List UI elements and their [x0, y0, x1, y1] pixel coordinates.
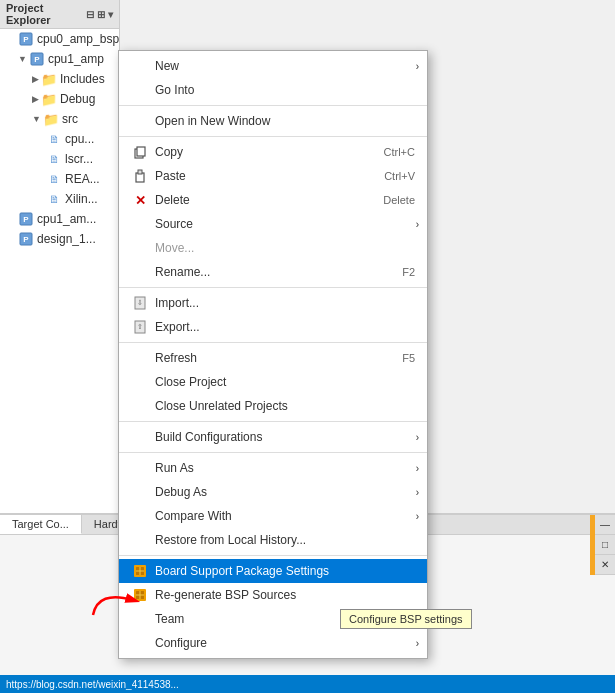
menu-item-import[interactable]: ⇩ Import...	[119, 291, 427, 315]
submenu-arrow: ›	[416, 432, 419, 443]
expand-arrow: ▼	[32, 114, 41, 124]
tree-item-cpu0[interactable]: P cpu0_amp_bsp	[0, 29, 119, 49]
menu-item-shortcut: Ctrl+C	[384, 146, 415, 158]
menu-item-close-project[interactable]: Close Project	[119, 370, 427, 394]
regen-bsp-icon	[131, 587, 149, 603]
menu-item-go-into[interactable]: Go Into	[119, 78, 427, 102]
tab-label: Target Co...	[12, 518, 69, 530]
menu-item-restore-history[interactable]: Restore from Local History...	[119, 528, 427, 552]
menu-item-label: Close Project	[155, 375, 415, 389]
tree-item-src[interactable]: ▼ 📁 src	[0, 109, 119, 129]
tab-target-config[interactable]: Target Co...	[0, 515, 82, 534]
menu-item-label: Delete	[155, 193, 363, 207]
tooltip-configure-bsp: Configure BSP settings	[340, 609, 472, 629]
menu-item-label: Export...	[155, 320, 415, 334]
menu-item-shortcut: Ctrl+V	[384, 170, 415, 182]
menu-item-close-unrelated[interactable]: Close Unrelated Projects	[119, 394, 427, 418]
tree-item-label: cpu1_amp	[48, 52, 104, 66]
menu-item-label: Configure	[155, 636, 415, 650]
configure-icon	[131, 635, 149, 651]
tree-item-label: Debug	[60, 92, 95, 106]
menu-item-new[interactable]: New ›	[119, 54, 427, 78]
link-icon[interactable]: ⊞	[97, 9, 105, 20]
file-icon: 🗎	[46, 171, 62, 187]
close-project-icon	[131, 374, 149, 390]
folder-icon: 📁	[43, 111, 59, 127]
tree-item-includes[interactable]: ▶ 📁 Includes	[0, 69, 119, 89]
paste-icon	[131, 168, 149, 184]
folder-icon: 📁	[41, 71, 57, 87]
menu-item-delete[interactable]: ✕ Delete Delete	[119, 188, 427, 212]
menu-item-open-window[interactable]: Open in New Window	[119, 109, 427, 133]
menu-item-configure[interactable]: Configure ›	[119, 631, 427, 655]
expand-arrow: ▶	[32, 94, 39, 104]
svg-rect-11	[138, 170, 142, 174]
svg-text:P: P	[23, 215, 29, 224]
panel-title: Project Explorer	[6, 2, 86, 26]
panel-menu-icon[interactable]: ▾	[108, 9, 113, 20]
tree-item-label: Includes	[60, 72, 105, 86]
menu-item-run-as[interactable]: Run As ›	[119, 456, 427, 480]
menu-item-label: Build Configurations	[155, 430, 415, 444]
menu-item-move[interactable]: Move...	[119, 236, 427, 260]
folder-icon: 📁	[41, 91, 57, 107]
tree-item-design1[interactable]: P design_1...	[0, 229, 119, 249]
minimize-icon[interactable]: —	[595, 515, 615, 535]
menu-item-rename[interactable]: Rename... F2	[119, 260, 427, 284]
bsp-settings-icon	[131, 563, 149, 579]
expand-arrow: ▶	[32, 74, 39, 84]
menu-item-label: Restore from Local History...	[155, 533, 415, 547]
go-into-icon	[131, 82, 149, 98]
menu-item-compare-with[interactable]: Compare With ›	[119, 504, 427, 528]
maximize-icon[interactable]: □	[595, 535, 615, 555]
tree-item-label: cpu1_am...	[37, 212, 96, 226]
tree-item-cpu1-am[interactable]: P cpu1_am...	[0, 209, 119, 229]
submenu-arrow: ›	[416, 638, 419, 649]
svg-text:⇧: ⇧	[137, 323, 143, 330]
menu-item-label: Copy	[155, 145, 364, 159]
accent-bar	[590, 515, 595, 575]
menu-item-label: Go Into	[155, 83, 415, 97]
menu-separator	[119, 136, 427, 137]
menu-item-export[interactable]: ⇧ Export...	[119, 315, 427, 339]
tree-item-rea-file[interactable]: 🗎 REA...	[0, 169, 119, 189]
submenu-arrow: ›	[416, 511, 419, 522]
menu-item-debug-as[interactable]: Debug As ›	[119, 480, 427, 504]
menu-item-build-configs[interactable]: Build Configurations ›	[119, 425, 427, 449]
menu-item-label: New	[155, 59, 415, 73]
tree-item-label: REA...	[65, 172, 100, 186]
menu-separator	[119, 555, 427, 556]
tree-item-xili-file[interactable]: 🗎 Xilin...	[0, 189, 119, 209]
menu-item-bsp-settings[interactable]: Board Support Package Settings	[119, 559, 427, 583]
menu-item-label: Board Support Package Settings	[155, 564, 415, 578]
open-window-icon	[131, 113, 149, 129]
svg-text:P: P	[23, 235, 29, 244]
tree-item-debug[interactable]: ▶ 📁 Debug	[0, 89, 119, 109]
submenu-arrow: ›	[416, 219, 419, 230]
tree-item-lscr-file[interactable]: 🗎 lscr...	[0, 149, 119, 169]
project-icon: P	[29, 51, 45, 67]
svg-rect-9	[137, 147, 145, 156]
tree-item-label: Xilin...	[65, 192, 98, 206]
tree-item-cpu1[interactable]: ▼ P cpu1_amp	[0, 49, 119, 69]
build-configs-icon	[131, 429, 149, 445]
svg-text:P: P	[34, 55, 40, 64]
menu-item-source[interactable]: Source ›	[119, 212, 427, 236]
delete-icon: ✕	[131, 192, 149, 208]
tree-item-label: cpu...	[65, 132, 94, 146]
collapse-all-icon[interactable]: ⊟	[86, 9, 94, 20]
menu-item-paste[interactable]: Paste Ctrl+V	[119, 164, 427, 188]
svg-text:P: P	[23, 35, 29, 44]
tree-item-label: cpu0_amp_bsp	[37, 32, 119, 46]
team-icon	[131, 611, 149, 627]
file-icon: 🗎	[46, 151, 62, 167]
menu-item-shortcut: F5	[402, 352, 415, 364]
import-icon: ⇩	[131, 295, 149, 311]
menu-item-refresh[interactable]: Refresh F5	[119, 346, 427, 370]
menu-item-copy[interactable]: Copy Ctrl+C	[119, 140, 427, 164]
source-icon	[131, 216, 149, 232]
tooltip-text: Configure BSP settings	[349, 613, 463, 625]
tree-item-cpu-file[interactable]: 🗎 cpu...	[0, 129, 119, 149]
menu-item-regen-bsp[interactable]: Re-generate BSP Sources	[119, 583, 427, 607]
close-icon[interactable]: ✕	[595, 555, 615, 575]
